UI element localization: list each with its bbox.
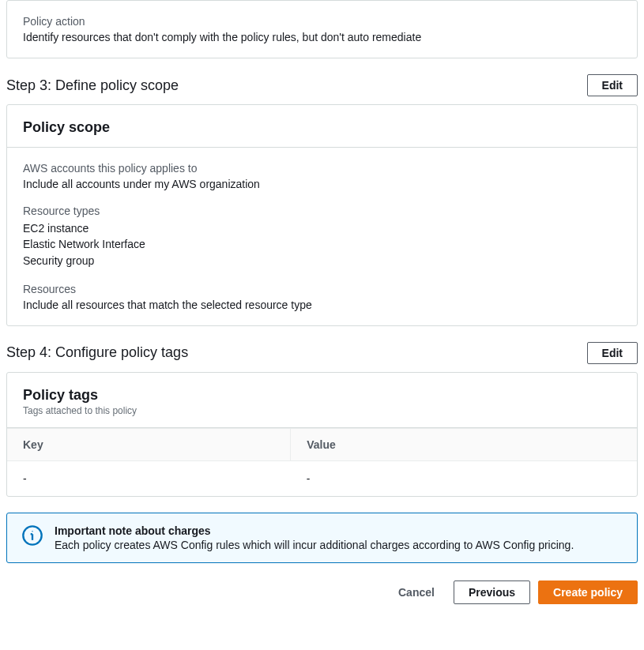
policy-tags-subtitle: Tags attached to this policy: [23, 405, 621, 416]
charges-info-alert: Important note about charges Each policy…: [6, 513, 638, 563]
list-item: Elastic Network Interface: [23, 236, 621, 252]
info-body: Each policy creates AWS Config rules whi…: [55, 539, 574, 551]
table-row: - -: [7, 460, 637, 496]
step4-edit-button[interactable]: Edit: [587, 342, 638, 364]
policy-scope-title: Policy scope: [23, 119, 621, 136]
step3-edit-button[interactable]: Edit: [587, 74, 638, 96]
resources-label: Resources: [23, 283, 621, 295]
step4-title: Step 4: Configure policy tags: [6, 344, 188, 361]
step3-title: Step 3: Define policy scope: [6, 77, 179, 94]
step4-header: Step 4: Configure policy tags Edit: [6, 342, 638, 364]
tag-value-cell: -: [291, 460, 637, 496]
resource-types-label: Resource types: [23, 205, 621, 217]
wizard-footer: Cancel Previous Create policy: [6, 580, 638, 604]
list-item: Security group: [23, 253, 621, 269]
policy-tags-card: Policy tags Tags attached to this policy…: [6, 372, 638, 497]
tags-col-value: Value: [291, 428, 637, 460]
info-title: Important note about charges: [55, 524, 574, 537]
policy-tags-title: Policy tags: [23, 387, 621, 404]
policy-action-card: Policy action Identify resources that do…: [6, 0, 638, 58]
policy-scope-card: Policy scope AWS accounts this policy ap…: [6, 104, 638, 326]
step3-header: Step 3: Define policy scope Edit: [6, 74, 638, 96]
create-policy-button[interactable]: Create policy: [538, 580, 638, 604]
tags-col-key: Key: [7, 428, 291, 460]
policy-action-label: Policy action: [23, 15, 621, 28]
list-item: EC2 instance: [23, 220, 621, 236]
resource-types-list: EC2 instance Elastic Network Interface S…: [23, 220, 621, 269]
policy-action-value: Identify resources that don't comply wit…: [23, 31, 621, 43]
info-icon: [21, 524, 43, 547]
accounts-value: Include all accounts under my AWS organi…: [23, 178, 621, 190]
previous-button[interactable]: Previous: [454, 580, 530, 604]
accounts-label: AWS accounts this policy applies to: [23, 162, 621, 175]
cancel-button[interactable]: Cancel: [387, 581, 446, 603]
svg-point-3: [32, 531, 32, 532]
tag-key-cell: -: [7, 460, 291, 496]
tags-table: Key Value - -: [7, 428, 637, 496]
resources-value: Include all resources that match the sel…: [23, 299, 621, 311]
